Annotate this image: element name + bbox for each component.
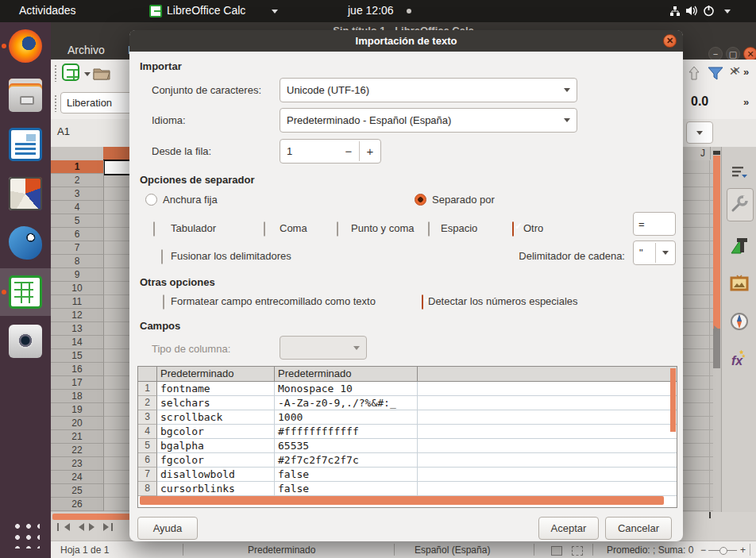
preview-row[interactable]: 8cursorblinksfalse	[138, 482, 677, 496]
quoted-as-text-label[interactable]: Formatear campo entrecomillado como text…	[171, 295, 376, 307]
spin-minus-button[interactable]: −	[338, 140, 359, 163]
name-box[interactable]: A1	[57, 125, 70, 137]
preview-row[interactable]: 5bgalpha65535	[138, 439, 677, 453]
dock-item-writer[interactable]	[0, 121, 51, 168]
row-header-26[interactable]: 26	[51, 498, 104, 511]
preview-row[interactable]: 4bgcolor#ffffffffffff	[138, 425, 677, 439]
sort-ascending-icon[interactable]	[686, 65, 702, 81]
sheet-info[interactable]: Hoja 1 de 1	[60, 545, 109, 556]
preview-vscrollbar-thumb[interactable]	[670, 368, 676, 432]
open-file-icon[interactable]	[92, 64, 111, 82]
preview-hscrollbar-thumb[interactable]	[140, 496, 664, 505]
page-style[interactable]: Predeterminado	[248, 545, 315, 556]
dock-item-calc[interactable]	[0, 268, 51, 316]
navigator-icon[interactable]	[730, 312, 749, 331]
preview-column-header[interactable]: Predeterminado	[157, 367, 275, 381]
row-header-14[interactable]: 14	[51, 336, 104, 349]
activities-button[interactable]: Actividades	[19, 4, 76, 17]
dock-item-bluefish[interactable]	[0, 219, 51, 267]
spin-plus-button[interactable]: +	[360, 140, 380, 163]
sidebar-settings-icon[interactable]	[730, 163, 749, 182]
vertical-scrollbar-segment[interactable]	[713, 329, 720, 368]
semicolon-label[interactable]: Punto y coma	[351, 222, 415, 234]
row-header-11[interactable]: 11	[51, 295, 104, 309]
formula-dropdown[interactable]	[686, 121, 713, 144]
functions-icon[interactable]: fx	[730, 350, 749, 369]
semicolon-checkbox[interactable]	[337, 221, 338, 237]
selection-mode-icon[interactable]	[572, 546, 583, 556]
app-menu-button[interactable]: LibreOffice Calc	[167, 4, 245, 17]
row-header-5[interactable]: 5	[51, 214, 104, 228]
from-row-spinner[interactable]: 1 − +	[280, 139, 381, 164]
toolbar-overflow-icon[interactable]: »	[743, 96, 747, 108]
other-separator-input[interactable]	[633, 212, 676, 236]
split-handle[interactable]	[713, 151, 720, 155]
separated-by-label[interactable]: Separado por	[432, 194, 495, 206]
row-header-10[interactable]: 10	[51, 282, 104, 295]
row-header-12[interactable]: 12	[51, 309, 104, 322]
new-document-dropdown-icon[interactable]	[84, 72, 91, 79]
wrench-icon[interactable]	[730, 194, 749, 214]
preview-row[interactable]: 2selchars-A-Za-z0-9,./?%&#:_	[138, 396, 677, 410]
quoted-as-text-checkbox[interactable]	[163, 294, 164, 310]
horizontal-scrollbar-thumb[interactable]	[52, 514, 138, 520]
preview-row[interactable]: 7disallowboldfalse	[138, 468, 677, 482]
prev-sheet-icon[interactable]	[75, 523, 84, 531]
row-header-17[interactable]: 17	[51, 376, 104, 390]
insert-mode-icon[interactable]	[551, 546, 562, 556]
row-header-8[interactable]: 8	[51, 255, 104, 268]
row-header-13[interactable]: 13	[51, 322, 104, 336]
preview-row[interactable]: 1fontnameMonospace 10	[138, 382, 677, 396]
fixed-width-radio[interactable]	[145, 194, 157, 206]
show-applications-button[interactable]	[11, 520, 40, 548]
network-icon[interactable]	[669, 6, 681, 17]
comma-label[interactable]: Coma	[280, 222, 307, 234]
row-header-16[interactable]: 16	[51, 363, 104, 376]
row-header-21[interactable]: 21	[51, 430, 104, 444]
preview-column-header[interactable]: Predeterminado	[275, 367, 418, 381]
help-button[interactable]: Ayuda	[137, 517, 198, 540]
row-header-19[interactable]: 19	[51, 403, 104, 417]
column-header-j[interactable]: J	[679, 147, 711, 160]
styles-icon[interactable]	[730, 236, 749, 255]
power-icon[interactable]	[703, 5, 715, 17]
row-header-9[interactable]: 9	[51, 268, 104, 282]
space-checkbox[interactable]	[428, 221, 430, 237]
charset-select[interactable]: Unicode (UTF-16)	[280, 78, 577, 102]
row-header-22[interactable]: 22	[51, 444, 104, 457]
dock-item-camera[interactable]	[0, 317, 51, 365]
hsplit-handle[interactable]	[709, 512, 711, 518]
row-header-15[interactable]: 15	[51, 349, 104, 363]
new-document-icon[interactable]	[62, 63, 79, 81]
dock-item-firefox[interactable]	[0, 22, 51, 70]
other-label[interactable]: Otro	[523, 222, 543, 234]
row-header-4[interactable]: 4	[51, 201, 104, 214]
font-name-box[interactable]: Liberation	[60, 92, 138, 114]
tab-checkbox[interactable]	[153, 221, 155, 237]
sum-average-status[interactable]: Promedio: ; Suma: 0	[607, 545, 693, 556]
detect-special-numbers-label[interactable]: Detectar los números especiales	[428, 295, 578, 307]
separated-by-radio[interactable]	[415, 194, 426, 206]
row-header-1[interactable]: 1	[51, 160, 104, 174]
tab-label[interactable]: Tabulador	[171, 222, 216, 234]
first-sheet-icon[interactable]	[60, 523, 70, 531]
volume-icon[interactable]	[685, 5, 697, 17]
chevron-down-icon[interactable]	[656, 241, 675, 264]
zoom-slider-handle[interactable]	[719, 547, 727, 555]
preview-row[interactable]: 3scrollback1000	[138, 410, 677, 425]
row-header-6[interactable]: 6	[51, 228, 104, 241]
row-header-20[interactable]: 20	[51, 417, 104, 430]
vertical-scrollbar-thumb[interactable]	[713, 156, 720, 329]
merge-delimiters-label[interactable]: Fusionar los delimitadores	[171, 250, 291, 262]
column-type-select[interactable]	[280, 336, 367, 360]
row-header-3[interactable]: 3	[51, 187, 104, 201]
space-label[interactable]: Espacio	[441, 222, 477, 234]
toolbar-overflow-icon[interactable]: »	[743, 66, 747, 78]
row-header-23[interactable]: 23	[51, 457, 104, 471]
toolbar-grip[interactable]	[54, 64, 57, 82]
next-sheet-icon[interactable]	[89, 523, 98, 531]
row-header-25[interactable]: 25	[51, 484, 104, 498]
detect-special-numbers-checkbox[interactable]	[422, 294, 423, 310]
zoom-in-button[interactable]: +	[740, 545, 746, 556]
gallery-icon[interactable]	[730, 274, 749, 293]
